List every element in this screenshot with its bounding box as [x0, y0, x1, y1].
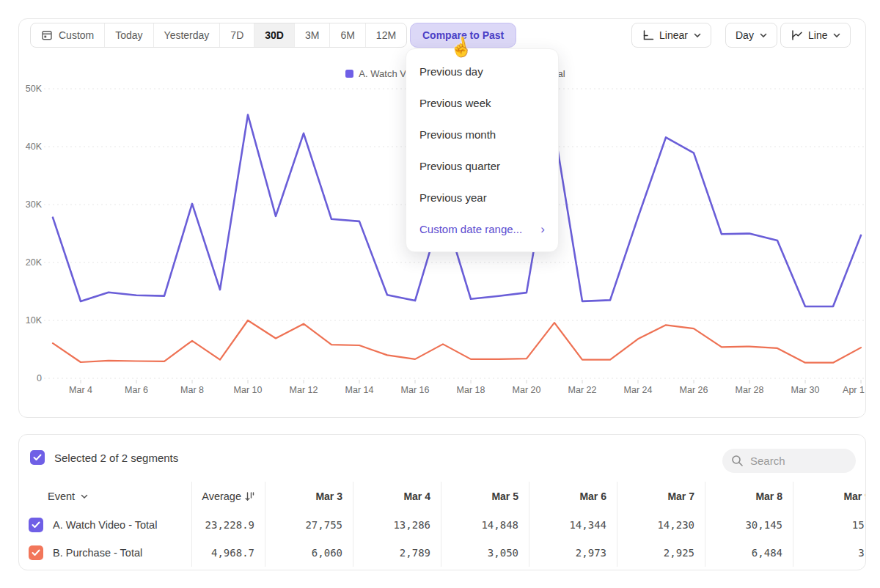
- date-column-header[interactable]: Mar 7: [617, 482, 705, 511]
- segments-summary-label: Selected 2 of 2 segments: [54, 452, 178, 464]
- svg-text:Mar 30: Mar 30: [791, 385, 820, 395]
- svg-text:Apr 1: Apr 1: [843, 385, 865, 395]
- row-a-average: 23,228.9: [191, 511, 265, 539]
- menu-item-previous-quarter[interactable]: Previous quarter: [406, 150, 558, 182]
- svg-text:40K: 40K: [26, 142, 43, 152]
- svg-text:Mar 28: Mar 28: [736, 385, 764, 395]
- menu-item-custom-date-range[interactable]: Custom date range... ›: [406, 213, 558, 245]
- row-b-value: 2,973: [529, 539, 617, 567]
- chevron-down-icon: [833, 33, 840, 38]
- select-all-checkbox[interactable]: [30, 450, 45, 465]
- row-b-value: 6,484: [705, 539, 793, 567]
- menu-item-previous-day[interactable]: Previous day: [406, 56, 558, 87]
- linear-scale-icon: [642, 29, 654, 41]
- date-column-header[interactable]: Mar 4: [353, 482, 441, 511]
- svg-text:Mar 6: Mar 6: [125, 385, 148, 395]
- row-b-label: B. Purchase - Total: [53, 547, 142, 559]
- range-12m-button[interactable]: 12M: [366, 23, 406, 47]
- chevron-right-icon: ›: [540, 222, 545, 237]
- row-a-value: 30,145: [705, 511, 793, 539]
- range-today-button[interactable]: Today: [105, 23, 153, 47]
- range-3m-button[interactable]: 3M: [295, 23, 330, 47]
- menu-item-previous-year[interactable]: Previous year: [406, 182, 558, 213]
- segments-table-card: Selected 2 of 2 segments Event Average: [18, 434, 866, 570]
- row-a-checkbox[interactable]: [29, 518, 43, 532]
- row-a-value: 14,344: [529, 511, 617, 539]
- row-b-value: 3,050: [441, 539, 529, 567]
- date-range-control: Custom Today Yesterday 7D 30D 3M 6M 12M: [30, 23, 407, 48]
- search-box[interactable]: [722, 449, 856, 473]
- segments-summary-row: Selected 2 of 2 segments: [30, 450, 178, 465]
- analytics-page: Custom Today Yesterday 7D 30D 3M 6M 12M …: [0, 0, 880, 588]
- date-column-header[interactable]: Mar 8: [705, 482, 793, 511]
- row-a-value: 14,848: [441, 511, 529, 539]
- range-custom-button[interactable]: Custom: [31, 23, 105, 47]
- row-b-checkbox[interactable]: [29, 545, 43, 560]
- range-6m-button[interactable]: 6M: [330, 23, 365, 47]
- row-b-value: 2,789: [353, 539, 441, 567]
- svg-text:Mar 8: Mar 8: [180, 385, 204, 395]
- segments-table: Event Average Mar 3 Mar 4 Mar 5 Mar 6 Ma…: [29, 482, 865, 567]
- average-column-header[interactable]: Average: [191, 482, 265, 511]
- svg-text:10K: 10K: [26, 315, 43, 326]
- search-icon: [731, 455, 744, 467]
- range-7d-button[interactable]: 7D: [220, 23, 254, 47]
- date-column-header[interactable]: Mar 5: [441, 482, 529, 511]
- menu-item-previous-month[interactable]: Previous month: [406, 119, 558, 150]
- row-b-value: 3,: [793, 539, 865, 567]
- svg-text:Mar 14: Mar 14: [345, 385, 374, 395]
- chevron-down-icon: [760, 33, 767, 38]
- row-b-value: 6,060: [265, 539, 353, 567]
- series-a-swatch: [345, 70, 353, 78]
- search-input[interactable]: [750, 455, 838, 467]
- date-column-header[interactable]: Mar 3: [265, 482, 353, 511]
- svg-text:50K: 50K: [26, 84, 43, 94]
- date-column-header[interactable]: Mar 9: [793, 482, 865, 511]
- row-a-value: 13,286: [353, 511, 441, 539]
- calendar-icon: [41, 29, 53, 41]
- range-30d-button[interactable]: 30D: [254, 23, 295, 47]
- row-a-value: 27,755: [265, 511, 353, 539]
- svg-text:Mar 4: Mar 4: [69, 385, 92, 395]
- compare-to-past-button[interactable]: Compare to Past: [410, 23, 516, 48]
- sort-descending-icon: [245, 491, 254, 501]
- svg-text:Mar 22: Mar 22: [568, 385, 597, 395]
- svg-text:Mar 26: Mar 26: [680, 385, 708, 395]
- svg-text:Mar 12: Mar 12: [290, 385, 318, 395]
- menu-item-previous-week[interactable]: Previous week: [406, 87, 558, 119]
- line-chart-icon: [791, 29, 803, 41]
- event-column-header[interactable]: Event: [29, 482, 191, 511]
- table-row-purchase: B. Purchase - Total: [29, 539, 191, 567]
- table-row-watch-video: A. Watch Video - Total: [29, 511, 191, 539]
- range-custom-label: Custom: [59, 29, 94, 41]
- chevron-down-icon: [81, 494, 88, 499]
- chevron-down-icon: [694, 33, 701, 38]
- row-b-value: 2,925: [617, 539, 705, 567]
- svg-text:Mar 20: Mar 20: [513, 385, 541, 395]
- svg-text:30K: 30K: [26, 199, 43, 210]
- range-yesterday-button[interactable]: Yesterday: [154, 23, 221, 47]
- chart-type-selector-button[interactable]: Line: [780, 23, 851, 48]
- svg-text:Mar 24: Mar 24: [624, 385, 653, 395]
- table-wrapper: Event Average Mar 3 Mar 4 Mar 5 Mar 6 Ma…: [29, 482, 865, 568]
- svg-text:20K: 20K: [26, 257, 43, 268]
- date-column-header[interactable]: Mar 6: [529, 482, 617, 511]
- scale-selector-button[interactable]: Linear: [631, 23, 711, 48]
- compare-dropdown-menu: Previous day Previous week Previous mont…: [406, 48, 559, 252]
- row-a-label: A. Watch Video - Total: [53, 519, 157, 531]
- svg-text:Mar 10: Mar 10: [234, 385, 263, 395]
- row-a-value: 15,: [793, 511, 865, 539]
- svg-text:0: 0: [37, 373, 42, 383]
- svg-text:Mar 18: Mar 18: [457, 385, 485, 395]
- row-b-average: 4,968.7: [191, 539, 265, 567]
- row-a-value: 14,230: [617, 511, 705, 539]
- svg-text:Mar 16: Mar 16: [401, 385, 430, 395]
- interval-selector-button[interactable]: Day: [725, 23, 777, 48]
